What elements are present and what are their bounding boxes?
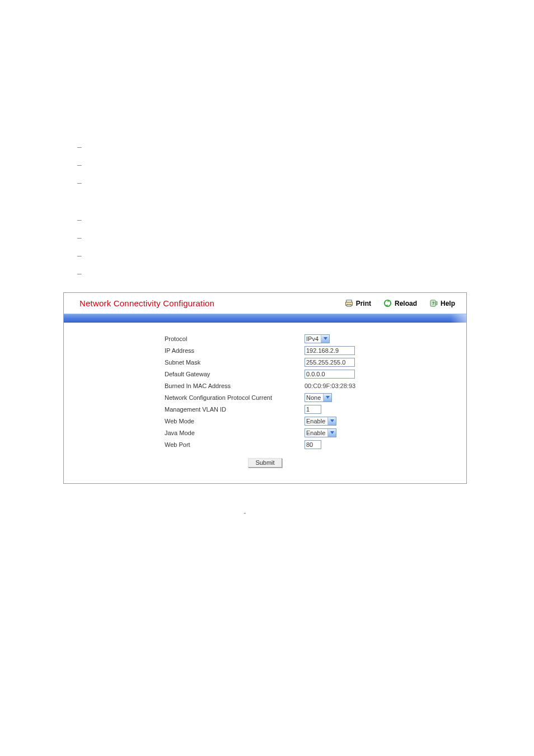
form-table: Protocol IPv4 IP Address [165,333,466,450]
panel-header: Network Connectivity Configuration Print [64,293,466,314]
panel-actions: Print Reload [345,299,458,308]
chevron-down-icon [327,429,336,437]
svg-rect-0 [346,300,352,302]
bullet-group-mid: – – – – [77,216,82,277]
bullet-group-top: – – – [77,143,82,186]
bullet-dash: – [77,179,82,186]
help-label: Help [441,300,455,307]
subnet-mask-input[interactable] [305,358,355,367]
chevron-down-icon [323,394,331,402]
bullet-dash: – [77,251,82,259]
default-gateway-label: Default Gateway [165,371,305,377]
protocol-value: IPv4 [306,335,321,342]
help-button[interactable]: ? Help [429,299,455,308]
web-port-label: Web Port [165,441,305,448]
net-config-protocol-label: Network Configuration Protocol Current [165,394,305,401]
svg-rect-6 [436,302,438,305]
mac-address-value: 00:C0:9F:03:28:93 [305,382,355,389]
print-button[interactable]: Print [345,299,371,308]
web-port-input[interactable] [305,440,321,449]
mac-address-label: Burned In MAC Address [165,382,305,389]
ip-address-input[interactable] [305,346,355,355]
submit-button[interactable]: Submit [248,458,282,468]
protocol-select[interactable]: IPv4 [305,334,330,343]
chevron-down-icon [327,417,336,425]
page-footnote-dash: - [243,508,246,517]
printer-icon [345,299,354,308]
ip-address-label: IP Address [165,347,305,354]
help-icon: ? [429,299,438,308]
panel-divider-bar [64,314,466,323]
web-mode-value: Enable [306,418,327,424]
bullet-dash: – [77,269,82,277]
bullet-dash: – [77,161,82,169]
subnet-mask-label: Subnet Mask [165,359,305,366]
bar-highlight [451,314,466,323]
svg-text:?: ? [432,301,435,306]
web-mode-select[interactable]: Enable [305,417,336,426]
submit-row: Submit [64,450,466,478]
java-mode-select[interactable]: Enable [305,428,336,437]
reload-button[interactable]: Reload [383,299,417,308]
net-config-protocol-value: None [306,394,323,401]
java-mode-value: Enable [306,430,327,436]
vlan-id-label: Management VLAN ID [165,406,305,413]
network-connectivity-panel: Network Connectivity Configuration Print [63,292,467,484]
bullet-dash: – [77,216,82,223]
chevron-down-icon [321,335,329,343]
bullet-dash: – [77,143,82,151]
vlan-id-input[interactable] [305,405,321,414]
reload-label: Reload [395,300,417,307]
net-config-protocol-select[interactable]: None [305,393,332,402]
java-mode-label: Java Mode [165,430,305,436]
protocol-label: Protocol [165,335,305,342]
form-area: Protocol IPv4 IP Address [64,323,466,483]
panel-title: Network Connectivity Configuration [79,298,214,308]
reload-icon [383,299,392,308]
print-label: Print [356,300,371,307]
bullet-dash: – [77,234,82,241]
default-gateway-input[interactable] [305,370,355,379]
web-mode-label: Web Mode [165,418,305,424]
